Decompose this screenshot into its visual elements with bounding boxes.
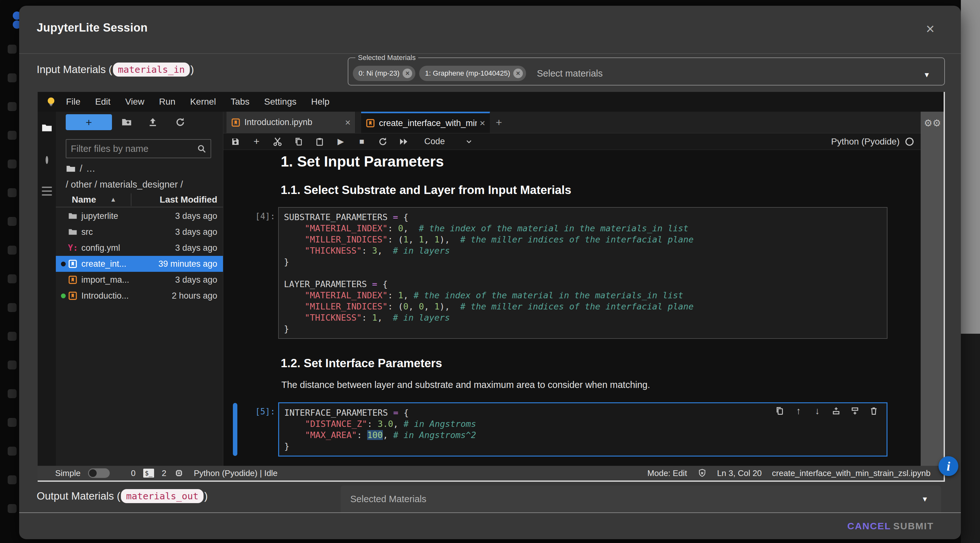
cell-prompt: [5]: (223, 402, 278, 457)
notebook-file-icon (366, 118, 375, 128)
simple-mode-toggle[interactable] (88, 468, 110, 478)
new-folder-icon[interactable] (121, 117, 132, 127)
code-cell-5: [5]: INTERFACE_PARAMETERS = { "DISTANCE_… (223, 402, 888, 457)
column-header-modified[interactable]: Last Modified (160, 194, 217, 205)
editor-mode-indicator: Mode: Edit (647, 468, 687, 478)
material-chip-ni[interactable]: 0: Ni (mp-23) × (353, 66, 415, 81)
property-inspector-gears-icon[interactable]: ⚙⚙ (924, 118, 941, 129)
file-row-introduction[interactable]: Introductio... 2 hours ago (56, 288, 223, 304)
table-of-contents-tab-icon[interactable] (42, 186, 52, 196)
chip-remove-icon[interactable]: × (402, 68, 412, 78)
run-cell-icon[interactable]: ▶ (336, 137, 346, 147)
right-sidebar-strip: ⚙⚙ (921, 111, 943, 466)
insert-cell-icon[interactable]: + (251, 137, 262, 147)
terminals-count[interactable]: 0 (131, 468, 135, 478)
kernel-status-text[interactable]: Python (Pyodide) | Idle (194, 468, 278, 478)
menu-item-view[interactable]: View (118, 97, 151, 107)
paste-cells-icon[interactable] (315, 137, 325, 147)
breadcrumb-root[interactable]: / (80, 163, 82, 174)
dropdown-arrow-icon[interactable]: ▼ (921, 495, 928, 503)
file-row-jupyterlite[interactable]: jupyterlite 3 days ago (56, 208, 223, 224)
breadcrumb-path[interactable]: / other / materials_designer / (66, 179, 183, 190)
file-browser-tab-icon[interactable] (41, 122, 52, 134)
close-icon[interactable]: × (921, 20, 939, 38)
background-app-icon (8, 131, 17, 140)
notebook-file-icon (68, 291, 78, 301)
file-row-src[interactable]: src 3 days ago (56, 224, 223, 240)
menu-item-run[interactable]: Run (152, 97, 183, 107)
tab-close-icon[interactable]: × (345, 117, 351, 128)
dialog-actions: CANCEL SUBMIT (19, 513, 961, 539)
interrupt-kernel-icon[interactable]: ■ (356, 137, 367, 147)
chip-remove-icon[interactable]: × (513, 68, 523, 78)
submit-button[interactable]: SUBMIT (893, 521, 934, 532)
file-row-config-yml[interactable]: Y: config.yml 3 days ago (56, 240, 223, 256)
dropdown-arrow-icon[interactable]: ▼ (923, 71, 930, 79)
code-line: "MILLER_INDICES": (1, 1, 1), # the mille… (284, 234, 882, 245)
output-materials-label: Output Materials (materials_out) (37, 489, 208, 503)
cell-collapser-bar[interactable] (233, 403, 237, 456)
material-chip-graphene[interactable]: 1: Graphene (mp-1040425) × (419, 66, 526, 81)
tab-create-interface[interactable]: create_interface_with_min_ × (361, 111, 490, 133)
selected-materials-select[interactable]: Selected Materials 0: Ni (mp-23) × 1: Gr… (348, 54, 945, 86)
left-activity-bar (38, 111, 56, 466)
tab-close-icon[interactable]: × (479, 118, 485, 129)
simple-mode-label: Simple (55, 468, 80, 478)
menu-item-help[interactable]: Help (304, 97, 337, 107)
menu-item-edit[interactable]: Edit (88, 97, 118, 107)
chevron-down-icon (465, 137, 473, 146)
menu-item-settings[interactable]: Settings (257, 97, 304, 107)
new-launcher-button[interactable]: + (66, 114, 112, 130)
column-header-name[interactable]: Name (72, 194, 96, 205)
copy-cells-icon[interactable] (293, 137, 304, 147)
cancel-button[interactable]: CANCEL (847, 521, 891, 532)
notebook-panel: ⚙⚙ Introduction.ipynb × create_interface… (223, 111, 943, 466)
cut-cells-icon[interactable] (272, 137, 283, 147)
insert-cell-above-icon[interactable] (831, 406, 841, 416)
notebook-content: 1. Set Input Parameters 1.1. Select Subs… (223, 150, 898, 466)
notebook-paragraph: The distance between layer and substrate… (282, 380, 898, 390)
file-row-create-interface[interactable]: create_int... 39 minutes ago (56, 256, 223, 272)
move-cell-up-icon[interactable]: ↑ (793, 406, 803, 416)
cursor-position[interactable]: Ln 3, Col 20 (717, 468, 762, 478)
restart-run-all-icon[interactable] (399, 137, 409, 147)
delete-cell-icon[interactable] (869, 406, 879, 416)
kernels-count[interactable]: 2 (162, 468, 166, 478)
move-cell-down-icon[interactable]: ↓ (812, 406, 822, 416)
code-editor[interactable]: SUBSTRATE_PARAMETERS = { "MATERIAL_INDEX… (278, 207, 888, 339)
output-materials-select[interactable]: Selected Materials ▼ (341, 486, 941, 513)
file-row-import-material[interactable]: import_ma... 3 days ago (56, 272, 223, 288)
sort-ascending-icon[interactable]: ▲ (110, 196, 116, 203)
menu-item-kernel[interactable]: Kernel (183, 97, 223, 107)
background-app-icon (8, 360, 17, 369)
file-browser-panel: + (56, 111, 223, 466)
input-materials-label-prefix: Input Materials ( (37, 64, 112, 76)
code-line (284, 268, 882, 279)
new-tab-icon[interactable]: + (490, 111, 508, 133)
menu-item-file[interactable]: File (59, 97, 88, 107)
refresh-icon[interactable] (175, 117, 186, 127)
status-filename: create_interface_with_min_strain_zsl.ipy… (772, 468, 931, 478)
terminal-icon[interactable]: $_ (143, 469, 154, 478)
save-icon[interactable] (230, 137, 240, 147)
upload-icon[interactable] (147, 117, 158, 127)
cell-type-dropdown[interactable]: Code (424, 137, 473, 146)
tab-introduction-ipynb[interactable]: Introduction.ipynb × (226, 111, 355, 133)
code-editor-active[interactable]: INTERFACE_PARAMETERS = { "DISTANCE_Z": 3… (278, 402, 888, 457)
background-app-icon (8, 217, 17, 226)
menu-item-tabs[interactable]: Tabs (223, 97, 257, 107)
breadcrumb-ellipsis[interactable]: … (86, 163, 95, 174)
info-button[interactable]: i (939, 456, 958, 476)
home-folder-icon[interactable] (66, 164, 76, 174)
running-kernels-tab-icon[interactable] (46, 157, 48, 163)
filter-files-box (66, 139, 211, 158)
insert-cell-below-icon[interactable] (850, 406, 860, 416)
material-chip-label: 0: Ni (mp-23) (359, 69, 399, 78)
duplicate-cell-icon[interactable] (775, 406, 785, 416)
filter-files-input[interactable] (66, 143, 197, 154)
kernel-chip-icon[interactable] (174, 468, 184, 478)
restart-kernel-icon[interactable] (378, 137, 388, 147)
kernel-selector[interactable]: Python (Pyodide) (831, 133, 914, 150)
selected-materials-legend: Selected Materials (355, 54, 418, 62)
code-line: LAYER_PARAMETERS = { (284, 279, 882, 290)
